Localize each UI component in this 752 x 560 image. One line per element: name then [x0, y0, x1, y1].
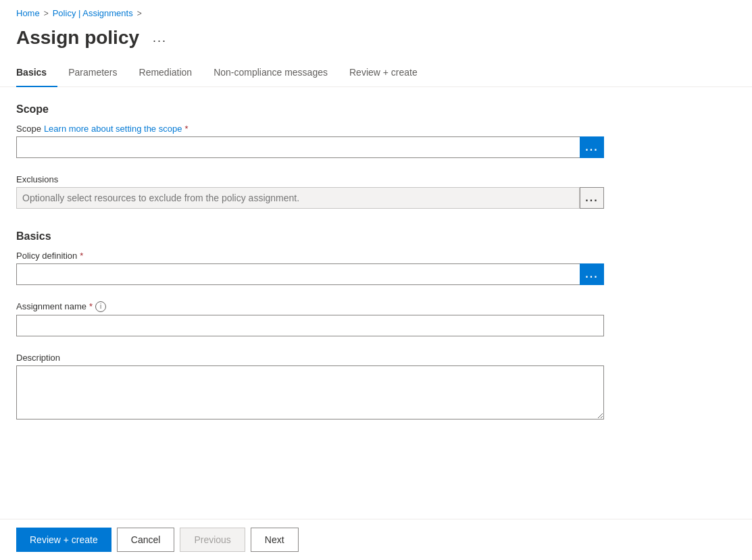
- policy-definition-browse-button[interactable]: ...: [580, 263, 604, 285]
- assignment-name-label-text: Assignment name: [16, 301, 86, 311]
- assignment-name-info-icon[interactable]: i: [95, 301, 106, 312]
- scope-field-label: Scope Learn more about setting the scope…: [16, 124, 604, 134]
- page-wrapper: Home > Policy | Assignments > Assign pol…: [0, 0, 752, 560]
- scope-input[interactable]: [16, 136, 580, 158]
- scope-browse-icon: ...: [585, 141, 598, 153]
- policy-definition-input[interactable]: [16, 263, 580, 285]
- scope-input-row: ...: [16, 136, 604, 158]
- policy-definition-input-row: ...: [16, 263, 604, 285]
- tabs-bar: Basics Parameters Remediation Non-compli…: [0, 60, 752, 87]
- tab-review-create[interactable]: Review + create: [339, 60, 428, 87]
- previous-button: Previous: [180, 528, 245, 552]
- policy-definition-field-group: Policy definition * ...: [16, 251, 604, 285]
- basics-section: Basics Policy definition * ... Assignmen…: [16, 230, 736, 422]
- breadcrumb: Home > Policy | Assignments >: [0, 0, 752, 24]
- description-input[interactable]: [16, 365, 604, 419]
- scope-learn-more-link[interactable]: Learn more about setting the scope: [44, 124, 182, 134]
- description-label-text: Description: [16, 353, 60, 363]
- policy-definition-label-text: Policy definition: [16, 251, 77, 261]
- scope-field-group: Scope Learn more about setting the scope…: [16, 124, 604, 158]
- assignment-name-required-indicator: *: [89, 301, 93, 311]
- scope-label-text: Scope: [16, 124, 41, 134]
- assignment-name-input[interactable]: [16, 315, 604, 336]
- policy-definition-field-label: Policy definition *: [16, 251, 604, 261]
- more-options-button[interactable]: ...: [147, 29, 172, 47]
- tab-basics[interactable]: Basics: [16, 60, 57, 87]
- policy-definition-browse-icon: ...: [585, 268, 598, 280]
- exclusions-browse-icon: ...: [585, 192, 598, 204]
- more-options-icon: ...: [153, 31, 167, 45]
- exclusions-browse-button[interactable]: ...: [580, 187, 604, 209]
- exclusions-field-group: Exclusions ...: [16, 174, 604, 209]
- page-header: Assign policy ...: [0, 24, 752, 60]
- policy-definition-required-indicator: *: [80, 251, 83, 261]
- breadcrumb-home[interactable]: Home: [16, 8, 40, 18]
- page-title: Assign policy: [16, 26, 139, 49]
- main-content: Scope Scope Learn more about setting the…: [0, 87, 752, 560]
- tab-non-compliance[interactable]: Non-compliance messages: [203, 60, 339, 87]
- tab-parameters[interactable]: Parameters: [57, 60, 128, 87]
- breadcrumb-sep-1: >: [44, 9, 49, 18]
- tab-remediation[interactable]: Remediation: [128, 60, 203, 87]
- assignment-name-field-group: Assignment name * i: [16, 301, 604, 336]
- next-button[interactable]: Next: [251, 528, 299, 552]
- cancel-button[interactable]: Cancel: [117, 528, 175, 552]
- exclusions-field-label: Exclusions: [16, 174, 604, 184]
- description-field-group: Description: [16, 353, 604, 422]
- description-field-label: Description: [16, 353, 604, 363]
- review-create-button[interactable]: Review + create: [16, 528, 111, 552]
- scope-section-title: Scope: [16, 103, 736, 116]
- scope-browse-button[interactable]: ...: [580, 136, 604, 158]
- assignment-name-field-label: Assignment name * i: [16, 301, 604, 312]
- scope-required-indicator: *: [184, 124, 188, 134]
- footer-bar: Review + create Cancel Previous Next: [0, 519, 752, 560]
- scope-section: Scope Scope Learn more about setting the…: [16, 103, 736, 209]
- breadcrumb-sep-2: >: [137, 9, 142, 18]
- exclusions-label-text: Exclusions: [16, 174, 58, 184]
- basics-section-title: Basics: [16, 230, 736, 243]
- breadcrumb-policy-assignments[interactable]: Policy | Assignments: [53, 8, 133, 18]
- exclusions-input-row: ...: [16, 187, 604, 209]
- exclusions-input[interactable]: [16, 187, 580, 209]
